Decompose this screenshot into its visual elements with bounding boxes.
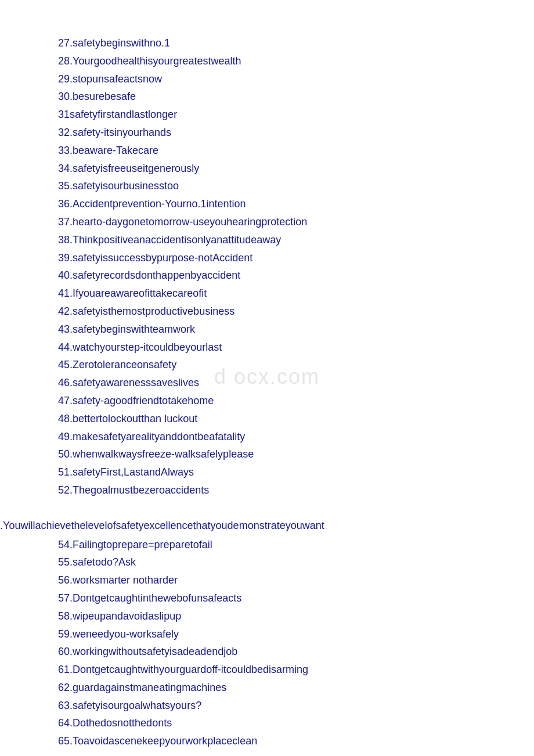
item-42: 42.safetyisthemostproductivebusiness (23, 303, 511, 320)
item-32: 32.safety-itsinyourhands (23, 124, 511, 141)
item-65: 65.Toavoidascenekeepyourworkplaceclean (23, 733, 511, 750)
item-64: 64.Dothedosnotthedonts (23, 715, 511, 732)
item-50: 50.whenwalkwaysfreeze-walksafelyplease (23, 446, 511, 463)
item-43: 43.safetybeginswithteamwork (23, 321, 511, 338)
item-34: 34.safetyisfreeuseitgenerously (23, 160, 511, 177)
item-33: 33.beaware-Takecare (23, 142, 511, 159)
item-39: 39.safetyissuccessbypurpose-notAccident (23, 250, 511, 267)
item-47: 47.safety-agoodfriendtotakehome (23, 393, 511, 409)
item-62: 62.guardagainstmaneatingmachines (23, 679, 511, 696)
item-59: 59.weneedyou-worksafely (23, 626, 511, 643)
item-45: 45.Zerotoleranceonsafety (23, 357, 511, 373)
page-content: d ocx.com 27.safetybeginswithno.128.Your… (0, 23, 534, 756)
item-41: 41.Ifyouareawareofittakecareofit (23, 285, 511, 302)
item-55: 55.safetodo?Ask (23, 554, 511, 571)
item-40: 40.safetyrecordsdonthappenbyaccident (23, 267, 511, 284)
item-29: 29.stopunsafeactsnow (23, 71, 511, 88)
item-52: 52.Thegoalmustbezeroaccidents (23, 482, 511, 499)
list-container: 27.safetybeginswithno.128.Yourgoodhealth… (23, 35, 511, 750)
item-37: 37.hearto-daygonetomorrow-useyouhearingp… (23, 214, 511, 231)
item-44: 44.watchyourstep-itcouldbeyourlast (23, 339, 511, 356)
item-38: 38.Thinkpositiveanaccidentisonlyanattitu… (23, 232, 511, 249)
item-51: 51.safetyFirst,LastandAlways (23, 464, 511, 481)
item-61: 61.Dontgetcaughtwithyourguardoff-itcould… (23, 661, 511, 678)
item-30: 30.besurebesafe (23, 88, 511, 105)
item-48: 48.bettertolockoutthan luckout (23, 411, 511, 427)
item-57: 57.Dontgetcaughtinthewebofunsafeacts (23, 590, 511, 607)
item-36: 36.Accidentprevention-Yourno.1intention (23, 196, 511, 213)
item-27: 27.safetybeginswithno.1 (23, 35, 511, 52)
item-58: 58.wipeupandavoidaslipup (23, 608, 511, 625)
item-49: 49.makesafetyarealityanddontbeafatality (23, 429, 511, 445)
item-63: 63.safetyisourgoalwhatsyours? (23, 697, 511, 714)
item-35: 35.safetyisourbusinesstoo (23, 178, 511, 195)
item-28: 28.Yourgoodhealthisyourgreatestwealth (23, 53, 511, 70)
item-53: 53.Youwillachievethelevelofsafetyexcelle… (0, 517, 511, 534)
item-46: 46.safetyawarenesssaveslives (23, 375, 511, 391)
item-56: 56.worksmarter notharder (23, 572, 511, 589)
item-54: 54.Failingtoprepare=preparetofail (23, 537, 511, 553)
item-60: 60.workingwithoutsafetyisadeadendjob (23, 643, 511, 660)
item-31: 31safetyfirstandlastlonger (23, 106, 511, 123)
